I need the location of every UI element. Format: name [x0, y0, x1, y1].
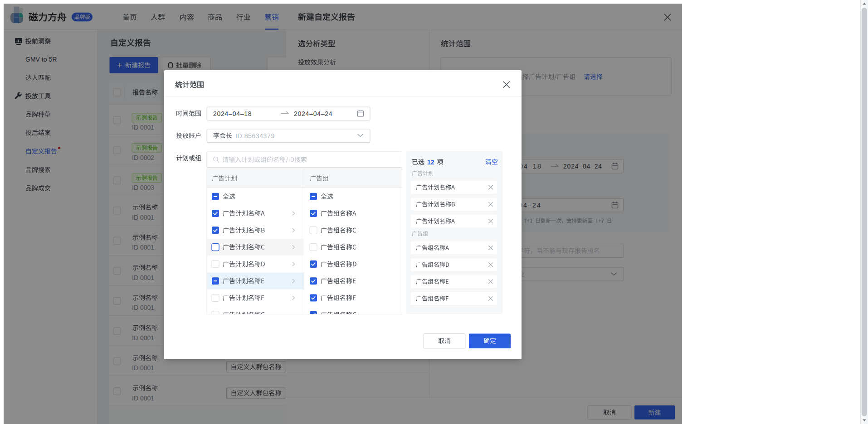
- svg-text:12: 12: [427, 159, 434, 166]
- svg-text:2024–04–24: 2024–04–24: [294, 110, 332, 117]
- svg-text:2024–04–18: 2024–04–18: [213, 110, 252, 117]
- svg-text:ID 85634379: ID 85634379: [235, 132, 275, 140]
